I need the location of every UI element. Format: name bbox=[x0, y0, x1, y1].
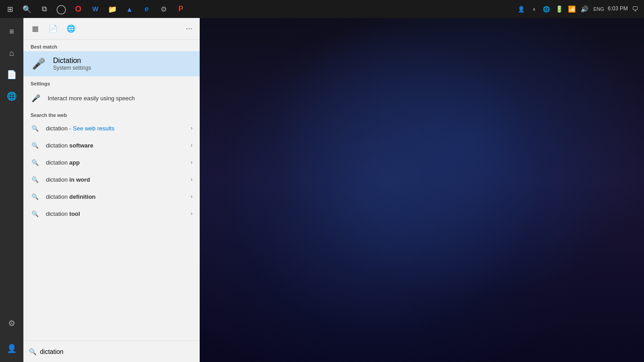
expand-tray-button[interactable]: ∧ bbox=[528, 2, 539, 16]
speech-settings-item[interactable]: 🎤 Interact more easily using speech bbox=[23, 88, 200, 108]
word-button[interactable]: W bbox=[87, 1, 103, 17]
home-sidebar-button[interactable]: ⌂ bbox=[2, 43, 22, 63]
sidebar: ≡ ⌂ 📄 🌐 ⚙ 👤 bbox=[0, 18, 23, 362]
web-item-5[interactable]: 🔍 dictation tool › bbox=[23, 205, 200, 222]
settings-sidebar-button[interactable]: ⚙ bbox=[2, 313, 22, 333]
web-item-text-2: dictation app bbox=[46, 159, 184, 166]
person-icon[interactable]: 👤 bbox=[516, 2, 527, 16]
dictation-app-icon: 🎤 bbox=[31, 56, 47, 72]
hamburger-menu-button[interactable]: ≡ bbox=[2, 22, 22, 41]
web-item-arrow-3: › bbox=[191, 176, 192, 183]
taskbar-right: 👤 ∧ 🌐 🔋 📶 🔊 ENG 6:03 PM 🗨 bbox=[516, 2, 644, 16]
ppt-button[interactable]: P bbox=[173, 1, 189, 17]
web-item-text-0: dictation - See web results bbox=[46, 125, 184, 132]
best-match-item[interactable]: 🎤 Dictation System settings bbox=[23, 51, 200, 76]
web-item-2[interactable]: 🔍 dictation app › bbox=[23, 154, 200, 171]
web-item-4[interactable]: 🔍 dictation definition › bbox=[23, 188, 200, 205]
search-web-icon-1: 🔍 bbox=[31, 141, 40, 150]
notification-icon[interactable]: 🗨 bbox=[630, 2, 640, 16]
web-item-text-3: dictation in word bbox=[46, 176, 184, 183]
system-clock[interactable]: 6:03 PM bbox=[608, 5, 628, 13]
mic-icon: 🎤 bbox=[31, 93, 41, 103]
web-item-arrow-0: › bbox=[191, 125, 192, 131]
start-button[interactable]: ⊞ bbox=[2, 1, 18, 17]
settings-taskbar-button[interactable]: ⚙ bbox=[156, 1, 172, 17]
taskbar: ⊞ 🔍 ⧉ ◯ O W 📁 ▲ e ⚙ P 👤 ∧ 🌐 🔋 📶 🔊 ENG 6:… bbox=[0, 0, 644, 18]
web-item-arrow-4: › bbox=[191, 193, 192, 200]
best-match-subtitle: System settings bbox=[53, 65, 91, 71]
web-item-0[interactable]: 🔍 dictation - See web results › bbox=[23, 120, 200, 137]
best-match-title: Dictation bbox=[53, 57, 91, 65]
web-item-3[interactable]: 🔍 dictation in word › bbox=[23, 171, 200, 188]
search-box-container: 🔍 bbox=[23, 340, 200, 362]
search-toolbar: ▦ 📄 🌐 ··· bbox=[23, 18, 200, 40]
best-match-label: Best match bbox=[23, 40, 200, 51]
web-item-bold-4: definition bbox=[69, 193, 96, 200]
search-web-icon-0: 🔍 bbox=[31, 124, 40, 133]
documents-sidebar-button[interactable]: 📄 bbox=[2, 65, 22, 85]
web-view-button[interactable]: 🌐 bbox=[63, 21, 79, 37]
web-item-arrow-5: › bbox=[191, 210, 192, 217]
web-item-arrow-1: › bbox=[191, 142, 192, 148]
wifi-icon[interactable]: 📶 bbox=[566, 2, 577, 16]
opera-button[interactable]: O bbox=[70, 1, 86, 17]
web-item-bold-1: software bbox=[69, 142, 93, 149]
language-label[interactable]: ENG bbox=[591, 2, 606, 16]
see-web-results-link[interactable]: - See web results bbox=[69, 125, 114, 132]
results-list: Best match 🎤 Dictation System settings S… bbox=[23, 40, 200, 340]
battery-icon[interactable]: 🔋 bbox=[554, 2, 564, 16]
web-item-text-1: dictation software bbox=[46, 142, 184, 149]
doc-view-button[interactable]: 📄 bbox=[45, 21, 61, 37]
taskbar-left: ⊞ 🔍 ⧉ ◯ O W 📁 ▲ e ⚙ P bbox=[0, 1, 189, 17]
more-options-button[interactable]: ··· bbox=[182, 22, 196, 35]
cortana-button[interactable]: ◯ bbox=[53, 1, 69, 17]
best-match-text: Dictation System settings bbox=[53, 57, 91, 71]
web-item-1[interactable]: 🔍 dictation software › bbox=[23, 137, 200, 154]
task-view-button[interactable]: ⧉ bbox=[36, 1, 52, 17]
gdrive-button[interactable]: ▲ bbox=[121, 1, 138, 17]
grid-view-button[interactable]: ▦ bbox=[27, 21, 43, 37]
network-icon[interactable]: 🌐 bbox=[541, 2, 552, 16]
volume-icon[interactable]: 🔊 bbox=[579, 2, 590, 16]
start-panel: ≡ ⌂ 📄 🌐 ⚙ 👤 ▦ 📄 🌐 ··· Best match 🎤 Dicta… bbox=[0, 18, 200, 362]
edge-button[interactable]: e bbox=[139, 1, 155, 17]
web-sidebar-button[interactable]: 🌐 bbox=[2, 86, 22, 106]
settings-section-label: Settings bbox=[23, 76, 200, 88]
web-item-arrow-2: › bbox=[191, 159, 192, 165]
web-item-bold-5: tool bbox=[69, 210, 80, 217]
search-web-icon-4: 🔍 bbox=[31, 192, 40, 201]
search-web-icon-3: 🔍 bbox=[31, 175, 40, 184]
user-sidebar-button[interactable]: 👤 bbox=[2, 339, 22, 358]
search-results-panel: ▦ 📄 🌐 ··· Best match 🎤 Dictation System … bbox=[23, 18, 200, 362]
web-item-bold-2: app bbox=[69, 159, 80, 166]
search-web-icon-2: 🔍 bbox=[31, 158, 40, 167]
web-item-text-4: dictation definition bbox=[46, 193, 184, 200]
speech-settings-text: Interact more easily using speech bbox=[48, 95, 135, 102]
web-search-label: Search the web bbox=[23, 108, 200, 120]
search-button[interactable]: 🔍 bbox=[19, 1, 35, 17]
web-item-prefix-0: dictation bbox=[46, 125, 67, 132]
explorer-button[interactable]: 📁 bbox=[104, 1, 121, 17]
web-item-bold-3: in word bbox=[69, 176, 90, 183]
search-input[interactable] bbox=[40, 348, 194, 355]
web-item-text-5: dictation tool bbox=[46, 210, 184, 217]
search-input-icon: 🔍 bbox=[29, 348, 36, 355]
search-web-icon-5: 🔍 bbox=[31, 209, 40, 218]
